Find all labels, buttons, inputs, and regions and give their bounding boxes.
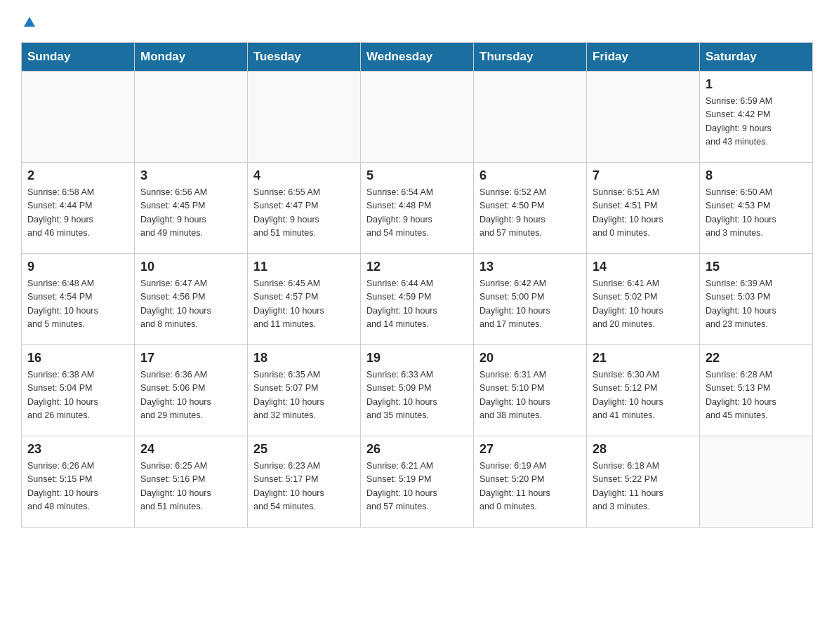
calendar-cell: 22Sunrise: 6:28 AM Sunset: 5:13 PM Dayli… bbox=[700, 345, 813, 436]
col-thursday: Thursday bbox=[474, 43, 587, 72]
calendar-cell bbox=[700, 436, 813, 528]
day-info: Sunrise: 6:58 AM Sunset: 4:44 PM Dayligh… bbox=[27, 186, 128, 241]
day-info: Sunrise: 6:21 AM Sunset: 5:19 PM Dayligh… bbox=[366, 459, 468, 514]
day-info: Sunrise: 6:48 AM Sunset: 4:54 PM Dayligh… bbox=[27, 277, 128, 332]
day-number: 21 bbox=[593, 351, 694, 365]
day-info: Sunrise: 6:19 AM Sunset: 5:20 PM Dayligh… bbox=[479, 459, 581, 514]
day-info: Sunrise: 6:54 AM Sunset: 4:48 PM Dayligh… bbox=[366, 186, 468, 241]
day-number: 1 bbox=[706, 77, 807, 92]
calendar-week-1: 1Sunrise: 6:59 AM Sunset: 4:42 PM Daylig… bbox=[22, 72, 813, 163]
day-number: 4 bbox=[253, 168, 355, 183]
calendar-cell bbox=[135, 72, 248, 163]
calendar-cell: 16Sunrise: 6:38 AM Sunset: 5:04 PM Dayli… bbox=[22, 345, 135, 436]
calendar-cell: 4Sunrise: 6:55 AM Sunset: 4:47 PM Daylig… bbox=[248, 163, 361, 254]
day-number: 5 bbox=[366, 168, 468, 183]
calendar-cell: 11Sunrise: 6:45 AM Sunset: 4:57 PM Dayli… bbox=[248, 254, 361, 345]
day-number: 14 bbox=[593, 260, 694, 274]
calendar-cell: 7Sunrise: 6:51 AM Sunset: 4:51 PM Daylig… bbox=[587, 163, 700, 254]
day-number: 23 bbox=[27, 442, 128, 457]
day-number: 10 bbox=[140, 260, 241, 274]
calendar-header: Sunday Monday Tuesday Wednesday Thursday… bbox=[22, 43, 813, 72]
calendar-cell: 25Sunrise: 6:23 AM Sunset: 5:17 PM Dayli… bbox=[248, 436, 361, 528]
calendar-cell: 18Sunrise: 6:35 AM Sunset: 5:07 PM Dayli… bbox=[248, 345, 361, 436]
calendar-cell: 9Sunrise: 6:48 AM Sunset: 4:54 PM Daylig… bbox=[22, 254, 135, 345]
day-number: 17 bbox=[140, 351, 241, 365]
day-info: Sunrise: 6:59 AM Sunset: 4:42 PM Dayligh… bbox=[706, 95, 807, 149]
day-info: Sunrise: 6:38 AM Sunset: 5:04 PM Dayligh… bbox=[27, 368, 128, 423]
day-info: Sunrise: 6:23 AM Sunset: 5:17 PM Dayligh… bbox=[253, 459, 355, 514]
day-info: Sunrise: 6:35 AM Sunset: 5:07 PM Dayligh… bbox=[253, 368, 355, 423]
day-info: Sunrise: 6:42 AM Sunset: 5:00 PM Dayligh… bbox=[479, 277, 581, 332]
day-info: Sunrise: 6:50 AM Sunset: 4:53 PM Dayligh… bbox=[706, 186, 807, 241]
day-info: Sunrise: 6:52 AM Sunset: 4:50 PM Dayligh… bbox=[479, 186, 581, 241]
day-number: 25 bbox=[253, 442, 355, 457]
calendar-cell: 26Sunrise: 6:21 AM Sunset: 5:19 PM Dayli… bbox=[361, 436, 474, 528]
day-number: 6 bbox=[479, 168, 581, 183]
day-info: Sunrise: 6:39 AM Sunset: 5:03 PM Dayligh… bbox=[706, 277, 807, 332]
calendar-week-4: 16Sunrise: 6:38 AM Sunset: 5:04 PM Dayli… bbox=[22, 345, 813, 436]
day-number: 26 bbox=[366, 442, 468, 457]
day-number: 8 bbox=[706, 168, 807, 183]
calendar-cell: 10Sunrise: 6:47 AM Sunset: 4:56 PM Dayli… bbox=[135, 254, 248, 345]
calendar-cell: 6Sunrise: 6:52 AM Sunset: 4:50 PM Daylig… bbox=[474, 163, 587, 254]
calendar-cell bbox=[361, 72, 474, 163]
day-info: Sunrise: 6:45 AM Sunset: 4:57 PM Dayligh… bbox=[253, 277, 355, 332]
day-info: Sunrise: 6:36 AM Sunset: 5:06 PM Dayligh… bbox=[140, 368, 241, 423]
day-number: 20 bbox=[479, 351, 581, 365]
day-info: Sunrise: 6:28 AM Sunset: 5:13 PM Dayligh… bbox=[706, 368, 807, 423]
day-info: Sunrise: 6:41 AM Sunset: 5:02 PM Dayligh… bbox=[593, 277, 694, 332]
calendar-cell: 20Sunrise: 6:31 AM Sunset: 5:10 PM Dayli… bbox=[474, 345, 587, 436]
day-number: 15 bbox=[706, 260, 807, 274]
col-tuesday: Tuesday bbox=[248, 43, 361, 72]
calendar-cell: 5Sunrise: 6:54 AM Sunset: 4:48 PM Daylig… bbox=[361, 163, 474, 254]
day-number: 7 bbox=[593, 168, 694, 183]
calendar-body: 1Sunrise: 6:59 AM Sunset: 4:42 PM Daylig… bbox=[22, 72, 813, 528]
day-number: 13 bbox=[479, 260, 581, 274]
day-number: 16 bbox=[27, 351, 128, 365]
day-info: Sunrise: 6:56 AM Sunset: 4:45 PM Dayligh… bbox=[140, 186, 241, 241]
calendar-cell: 13Sunrise: 6:42 AM Sunset: 5:00 PM Dayli… bbox=[474, 254, 587, 345]
day-number: 27 bbox=[479, 442, 581, 457]
day-number: 24 bbox=[140, 442, 241, 457]
day-number: 28 bbox=[593, 442, 694, 457]
day-info: Sunrise: 6:26 AM Sunset: 5:15 PM Dayligh… bbox=[27, 459, 128, 514]
calendar-cell: 24Sunrise: 6:25 AM Sunset: 5:16 PM Dayli… bbox=[135, 436, 248, 528]
day-info: Sunrise: 6:25 AM Sunset: 5:16 PM Dayligh… bbox=[140, 459, 241, 514]
col-friday: Friday bbox=[587, 43, 700, 72]
day-info: Sunrise: 6:31 AM Sunset: 5:10 PM Dayligh… bbox=[479, 368, 581, 423]
calendar-cell: 1Sunrise: 6:59 AM Sunset: 4:42 PM Daylig… bbox=[700, 72, 813, 163]
calendar-week-5: 23Sunrise: 6:26 AM Sunset: 5:15 PM Dayli… bbox=[22, 436, 813, 528]
calendar-cell: 8Sunrise: 6:50 AM Sunset: 4:53 PM Daylig… bbox=[700, 163, 813, 254]
calendar-week-2: 2Sunrise: 6:58 AM Sunset: 4:44 PM Daylig… bbox=[22, 163, 813, 254]
logo bbox=[21, 14, 37, 28]
day-info: Sunrise: 6:44 AM Sunset: 4:59 PM Dayligh… bbox=[366, 277, 468, 332]
day-info: Sunrise: 6:33 AM Sunset: 5:09 PM Dayligh… bbox=[366, 368, 468, 423]
col-saturday: Saturday bbox=[700, 43, 813, 72]
calendar-cell: 17Sunrise: 6:36 AM Sunset: 5:06 PM Dayli… bbox=[135, 345, 248, 436]
calendar-cell: 23Sunrise: 6:26 AM Sunset: 5:15 PM Dayli… bbox=[22, 436, 135, 528]
day-number: 2 bbox=[27, 168, 128, 183]
calendar-cell bbox=[22, 72, 135, 163]
calendar-cell: 28Sunrise: 6:18 AM Sunset: 5:22 PM Dayli… bbox=[587, 436, 700, 528]
svg-marker-0 bbox=[24, 17, 35, 27]
page-header bbox=[21, 14, 813, 28]
calendar-cell: 15Sunrise: 6:39 AM Sunset: 5:03 PM Dayli… bbox=[700, 254, 813, 345]
col-sunday: Sunday bbox=[22, 43, 135, 72]
day-info: Sunrise: 6:51 AM Sunset: 4:51 PM Dayligh… bbox=[593, 186, 694, 241]
day-info: Sunrise: 6:47 AM Sunset: 4:56 PM Dayligh… bbox=[140, 277, 241, 332]
day-number: 3 bbox=[140, 168, 241, 183]
calendar-cell: 27Sunrise: 6:19 AM Sunset: 5:20 PM Dayli… bbox=[474, 436, 587, 528]
day-info: Sunrise: 6:18 AM Sunset: 5:22 PM Dayligh… bbox=[593, 459, 694, 514]
calendar-cell: 2Sunrise: 6:58 AM Sunset: 4:44 PM Daylig… bbox=[22, 163, 135, 254]
day-number: 19 bbox=[366, 351, 468, 365]
calendar-week-3: 9Sunrise: 6:48 AM Sunset: 4:54 PM Daylig… bbox=[22, 254, 813, 345]
calendar-table: Sunday Monday Tuesday Wednesday Thursday… bbox=[21, 42, 813, 528]
day-number: 9 bbox=[27, 260, 128, 274]
calendar-cell bbox=[587, 72, 700, 163]
calendar-cell: 14Sunrise: 6:41 AM Sunset: 5:02 PM Dayli… bbox=[587, 254, 700, 345]
col-monday: Monday bbox=[135, 43, 248, 72]
day-info: Sunrise: 6:55 AM Sunset: 4:47 PM Dayligh… bbox=[253, 186, 355, 241]
header-row: Sunday Monday Tuesday Wednesday Thursday… bbox=[22, 43, 813, 72]
calendar-cell: 21Sunrise: 6:30 AM Sunset: 5:12 PM Dayli… bbox=[587, 345, 700, 436]
calendar-cell: 3Sunrise: 6:56 AM Sunset: 4:45 PM Daylig… bbox=[135, 163, 248, 254]
